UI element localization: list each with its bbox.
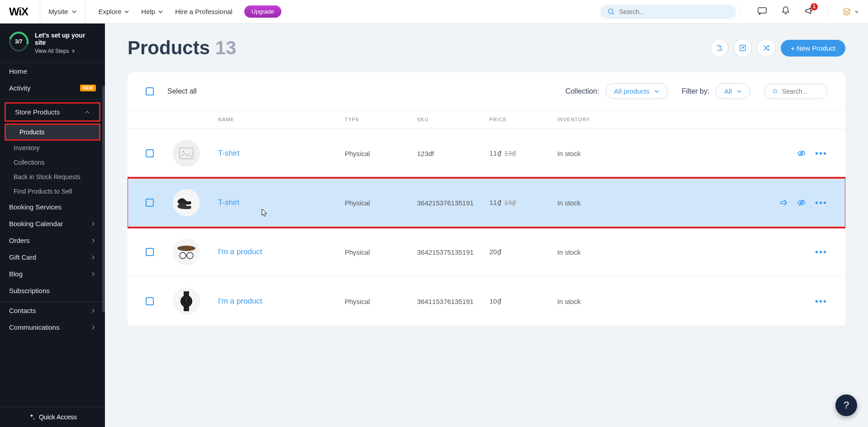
collection-dropdown[interactable]: All products — [606, 83, 668, 99]
table-row[interactable]: I'm a productPhysical36411537613519110₫I… — [128, 277, 845, 326]
table-row[interactable]: T-shirtPhysical36421537613519111₫13₫In s… — [128, 178, 845, 228]
help-button[interactable]: ? — [835, 394, 857, 416]
product-price: 11₫13₫ — [489, 149, 557, 157]
collection-filter: Collection: All products — [565, 83, 668, 99]
export-button[interactable] — [710, 39, 728, 57]
row-checkbox[interactable] — [146, 297, 154, 305]
nav-booking-services[interactable]: Booking Services — [0, 199, 105, 215]
nav-activity-label: Activity — [9, 84, 31, 92]
col-name: NAME — [218, 117, 345, 122]
nav-blog[interactable]: Blog — [0, 266, 105, 282]
more-actions[interactable]: ••• — [815, 296, 827, 307]
chevron-down-icon — [158, 9, 163, 14]
product-name[interactable]: I'm a product — [218, 247, 345, 256]
nav-communications-label: Communications — [9, 323, 60, 331]
nav-subscriptions[interactable]: Subscriptions — [0, 282, 105, 299]
collection-value: All products — [614, 87, 650, 95]
eye-off-icon[interactable] — [797, 198, 806, 207]
view-steps-link[interactable]: View All Steps — [35, 48, 96, 54]
row-actions: ••• — [648, 247, 827, 257]
svg-rect-14 — [184, 291, 189, 296]
product-sku: 123df — [417, 150, 489, 157]
panel-toolbar: Select all Collection: All products Filt… — [128, 72, 845, 110]
nav-inventory[interactable]: Inventory — [0, 141, 105, 155]
product-type: Physical — [345, 248, 417, 256]
nav-hire[interactable]: Hire a Professional — [175, 8, 232, 15]
select-all-checkbox[interactable] — [146, 87, 154, 95]
product-thumb[interactable] — [173, 189, 200, 216]
nav-help[interactable]: Help — [141, 8, 163, 15]
megaphone-icon[interactable] — [780, 199, 788, 207]
new-product-button[interactable]: + New Product — [781, 40, 845, 57]
setup-title: Let's set up your site — [35, 32, 96, 46]
product-thumb[interactable] — [173, 288, 200, 315]
more-actions[interactable]: ••• — [815, 198, 827, 208]
top-nav: Explore Help Hire a Professional Upgrade — [98, 5, 281, 18]
sidebar: 3/7 Let's set up your site View All Step… — [0, 24, 105, 427]
svg-point-5 — [182, 151, 184, 152]
product-name[interactable]: T-shirt — [218, 149, 345, 158]
progress-ring: 3/7 — [9, 32, 28, 52]
more-actions[interactable]: ••• — [815, 148, 827, 159]
nav-collections[interactable]: Collections — [0, 155, 105, 170]
megaphone-icon[interactable]: 1 — [804, 6, 814, 18]
product-name[interactable]: I'm a product — [218, 297, 345, 306]
product-inventory: In stock — [557, 248, 648, 256]
product-thumb[interactable] — [173, 238, 200, 266]
panel-search[interactable] — [764, 84, 827, 99]
chevron-right-icon — [90, 271, 96, 277]
filter-dropdown[interactable]: All — [716, 83, 750, 99]
nav-explore[interactable]: Explore — [98, 8, 129, 15]
nav-products[interactable]: Products — [5, 123, 100, 141]
site-selector[interactable]: Mysite — [40, 0, 85, 24]
apps-icon[interactable] — [842, 7, 859, 17]
chevron-right-icon — [90, 308, 96, 313]
product-sku: 364215375135191 — [417, 248, 489, 256]
product-type: Physical — [345, 150, 417, 157]
nav-back-in-stock[interactable]: Back in Stock Requests — [0, 170, 105, 184]
row-checkbox[interactable] — [146, 248, 154, 256]
chat-icon[interactable] — [757, 6, 767, 18]
nav-home[interactable]: Home — [0, 63, 105, 80]
product-sku: 364215376135191 — [417, 199, 489, 207]
wix-logo[interactable]: WiX — [9, 5, 28, 18]
nav-contacts[interactable]: Contacts — [0, 302, 105, 319]
nav-orders-label: Orders — [9, 237, 30, 244]
product-type: Physical — [345, 199, 417, 207]
svg-rect-1 — [758, 8, 766, 13]
product-inventory: In stock — [557, 298, 648, 305]
nav-find-products[interactable]: Find Products to Sell — [0, 184, 105, 199]
eye-off-icon[interactable] — [797, 149, 806, 158]
global-search[interactable] — [600, 5, 736, 19]
bell-icon[interactable] — [781, 6, 791, 18]
table-header: NAME TYPE SKU PRICE INVENTORY — [128, 110, 845, 129]
nav-store-products[interactable]: Store Products — [5, 102, 100, 122]
nav-activity[interactable]: Activity NEW — [0, 80, 105, 96]
col-price: PRICE — [489, 117, 557, 122]
nav-gift-card[interactable]: Gift Card — [0, 249, 105, 266]
nav-booking-calendar[interactable]: Booking Calendar — [0, 215, 105, 232]
global-search-input[interactable] — [619, 8, 729, 15]
product-name[interactable]: T-shirt — [218, 198, 345, 207]
quick-access[interactable]: Quick Access — [0, 407, 105, 427]
chevron-down-icon — [654, 89, 659, 94]
main-content: Products 13 + New Product Select all — [105, 24, 868, 427]
chevron-right-icon — [90, 221, 96, 227]
panel-search-input[interactable] — [782, 88, 819, 95]
external-button[interactable] — [734, 39, 752, 57]
row-checkbox[interactable] — [146, 199, 154, 207]
nav-gift-card-label: Gift Card — [9, 253, 36, 261]
row-checkbox[interactable] — [146, 149, 154, 157]
product-price: 20₫ — [489, 248, 557, 256]
upgrade-button[interactable]: Upgrade — [244, 5, 281, 18]
nav-communications[interactable]: Communications — [0, 319, 105, 336]
table-row[interactable]: T-shirtPhysical123df11₫13₫In stock••• — [128, 129, 845, 178]
shuffle-button[interactable] — [757, 39, 775, 57]
product-thumb[interactable] — [173, 140, 200, 167]
more-actions[interactable]: ••• — [815, 247, 827, 257]
site-name: Mysite — [48, 8, 68, 15]
product-price: 11₫13₫ — [489, 199, 557, 207]
product-type: Physical — [345, 298, 417, 305]
nav-orders[interactable]: Orders — [0, 232, 105, 249]
table-row[interactable]: I'm a productPhysical36421537513519120₫I… — [128, 228, 845, 277]
